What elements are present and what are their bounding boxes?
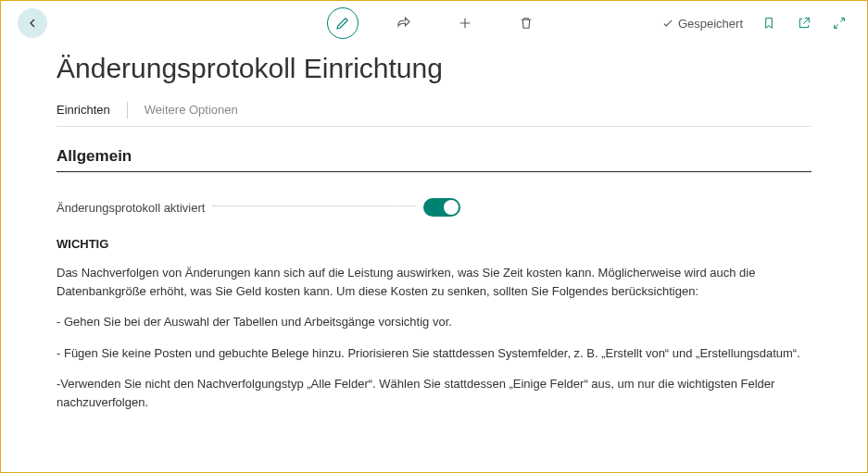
plus-icon [457,15,473,31]
content: Änderungsprotokoll Einrichtung Einrichte… [1,53,867,442]
notice-p2: - Gehen Sie bei der Auswahl der Tabellen… [57,313,811,331]
notice-heading: WICHTIG [57,237,811,251]
activated-label: Änderungsprotokoll aktiviert [57,201,205,215]
edit-button[interactable] [327,7,359,39]
dotted-leader [212,205,416,206]
page-title: Änderungsprotokoll Einrichtung [57,53,811,84]
topbar: Gespeichert [1,1,867,45]
trash-icon [518,15,535,31]
arrow-left-icon [25,16,40,31]
toolbar-center [327,7,542,39]
bookmark-button[interactable] [760,14,778,32]
share-button[interactable] [388,7,420,39]
delete-button[interactable] [510,7,542,39]
share-icon [396,15,412,31]
tab-setup[interactable]: Einrichten [57,101,110,118]
check-icon [661,17,674,30]
popout-button[interactable] [795,14,813,32]
tab-more-options[interactable]: Weitere Optionen [145,101,238,118]
expand-button[interactable] [830,14,849,32]
new-button[interactable] [449,7,481,39]
activated-toggle[interactable] [423,198,460,217]
action-tabs: Einrichten Weitere Optionen [57,101,811,127]
saved-label: Gespeichert [678,17,743,31]
section-general: Allgemein [57,147,811,172]
notice-p3: - Fügen Sie keine Posten und gebuchte Be… [57,344,811,363]
tab-separator [127,102,128,118]
toolbar-right: Gespeichert [661,14,858,32]
field-activated: Änderungsprotokoll aktiviert [57,198,811,217]
notice-p1: Das Nachverfolgen von Änderungen kann si… [57,264,811,300]
back-button[interactable] [18,8,47,38]
expand-icon [832,16,847,31]
pencil-icon [334,15,351,31]
saved-indicator: Gespeichert [661,17,743,31]
popout-icon [797,16,811,31]
notice-p4: -Verwenden Sie nicht den Nachverfolgungs… [57,375,811,411]
bookmark-icon [761,16,776,31]
